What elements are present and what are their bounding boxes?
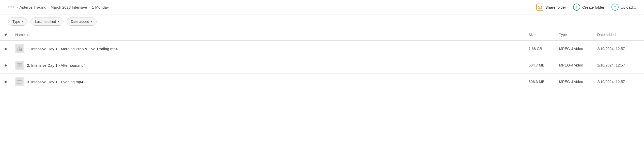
top-bar: ••• > Apteros Trading – March 2023 Inten… bbox=[0, 0, 644, 14]
date-added-filter-label: Date added bbox=[71, 20, 89, 24]
col-header-date: Date added bbox=[593, 29, 644, 41]
table-row[interactable]: 1. Intensive Day 1 - Morning Prep & Live… bbox=[0, 41, 644, 57]
file-name-text: 2. Intensive Day 1 - Afternoon.mp4 bbox=[27, 63, 86, 68]
breadcrumb-current-folder: 1 Monday bbox=[92, 5, 109, 9]
svg-rect-11 bbox=[17, 66, 22, 67]
share-folder-label: Share folder bbox=[545, 5, 566, 9]
upload-button[interactable]: Upload... bbox=[611, 4, 636, 11]
svg-rect-7 bbox=[16, 62, 23, 69]
date-added-filter-button[interactable]: Date added ▾ bbox=[67, 18, 97, 26]
last-modified-filter-chevron: ▾ bbox=[58, 20, 59, 23]
dot-icon bbox=[5, 81, 7, 83]
dot-icon bbox=[5, 48, 7, 50]
upload-icon bbox=[611, 4, 619, 11]
svg-rect-9 bbox=[17, 64, 22, 65]
svg-rect-3 bbox=[18, 48, 18, 51]
file-thumbnail bbox=[15, 44, 24, 53]
svg-rect-8 bbox=[17, 63, 22, 64]
row-name[interactable]: 3. Intensive Day 1 - Evening.mp4 bbox=[11, 74, 525, 90]
share-folder-icon bbox=[536, 4, 543, 11]
type-filter-chevron: ▾ bbox=[22, 20, 23, 23]
row-favorite[interactable] bbox=[0, 74, 11, 90]
share-folder-button[interactable]: Share folder bbox=[536, 4, 566, 11]
breadcrumb-parent-folder[interactable]: Apteros Trading – March 2023 Intensive bbox=[20, 5, 87, 9]
svg-rect-4 bbox=[19, 47, 20, 51]
svg-rect-6 bbox=[21, 48, 22, 51]
type-filter-button[interactable]: Type ▾ bbox=[8, 18, 27, 26]
row-size: 1.68 GB bbox=[525, 41, 555, 57]
col-header-type: Type bbox=[555, 29, 593, 41]
row-name[interactable]: 1. Intensive Day 1 - Morning Prep & Live… bbox=[11, 41, 525, 57]
file-name-text: 1. Intensive Day 1 - Morning Prep & Live… bbox=[27, 47, 118, 51]
table-row[interactable]: 2. Intensive Day 1 - Afternoon.mp4 584.7… bbox=[0, 57, 644, 74]
row-name[interactable]: 2. Intensive Day 1 - Afternoon.mp4 bbox=[11, 57, 525, 74]
row-type: MPEG-4 video bbox=[555, 41, 593, 57]
breadcrumb-chevron-2: > bbox=[89, 5, 91, 9]
name-sort-icon: ∧ bbox=[27, 33, 29, 37]
type-filter-label: Type bbox=[12, 20, 20, 24]
row-type: MPEG-4 video bbox=[555, 74, 593, 90]
create-folder-button[interactable]: + Create folder bbox=[573, 4, 604, 11]
file-thumbnail bbox=[15, 77, 24, 86]
breadcrumb: ••• > Apteros Trading – March 2023 Inten… bbox=[8, 5, 109, 10]
breadcrumb-dots[interactable]: ••• bbox=[8, 5, 14, 10]
last-modified-filter-label: Last modified bbox=[35, 20, 56, 24]
last-modified-filter-button[interactable]: Last modified ▾ bbox=[30, 18, 63, 26]
filter-bar: Type ▾ Last modified ▾ Date added ▾ bbox=[0, 14, 644, 29]
col-header-fav: ♥ bbox=[0, 29, 11, 41]
upload-label: Upload... bbox=[621, 5, 636, 9]
row-favorite[interactable] bbox=[0, 41, 11, 57]
row-date: 2/10/2024, 12:57 bbox=[593, 74, 644, 90]
create-folder-icon: + bbox=[573, 4, 580, 11]
row-date: 2/10/2024, 12:57 bbox=[593, 41, 644, 57]
table-header-row: ♥ Name ∧ Size Type Date added bbox=[0, 29, 644, 41]
row-favorite[interactable] bbox=[0, 57, 11, 74]
heart-icon: ♥ bbox=[4, 32, 7, 37]
file-thumbnail bbox=[15, 61, 24, 70]
file-name-text: 3. Intensive Day 1 - Evening.mp4 bbox=[27, 80, 83, 84]
svg-rect-5 bbox=[20, 49, 21, 51]
row-size: 584.7 MB bbox=[525, 57, 555, 74]
col-header-name[interactable]: Name ∧ bbox=[11, 29, 525, 41]
toolbar-actions: Share folder + Create folder Upload... bbox=[536, 4, 636, 11]
row-type: MPEG-4 video bbox=[555, 57, 593, 74]
date-added-filter-chevron: ▾ bbox=[91, 20, 92, 23]
col-header-size: Size bbox=[525, 29, 555, 41]
create-folder-label: Create folder bbox=[582, 5, 604, 9]
table-row[interactable]: 3. Intensive Day 1 - Evening.mp4 306.3 M… bbox=[0, 74, 644, 90]
breadcrumb-chevron-1: > bbox=[16, 5, 18, 9]
file-table: ♥ Name ∧ Size Type Date added 1. Intensi… bbox=[0, 29, 644, 90]
row-date: 2/10/2024, 12:57 bbox=[593, 57, 644, 74]
dot-icon bbox=[5, 64, 7, 66]
svg-rect-10 bbox=[17, 65, 22, 66]
svg-rect-1 bbox=[16, 45, 23, 52]
row-size: 306.3 MB bbox=[525, 74, 555, 90]
